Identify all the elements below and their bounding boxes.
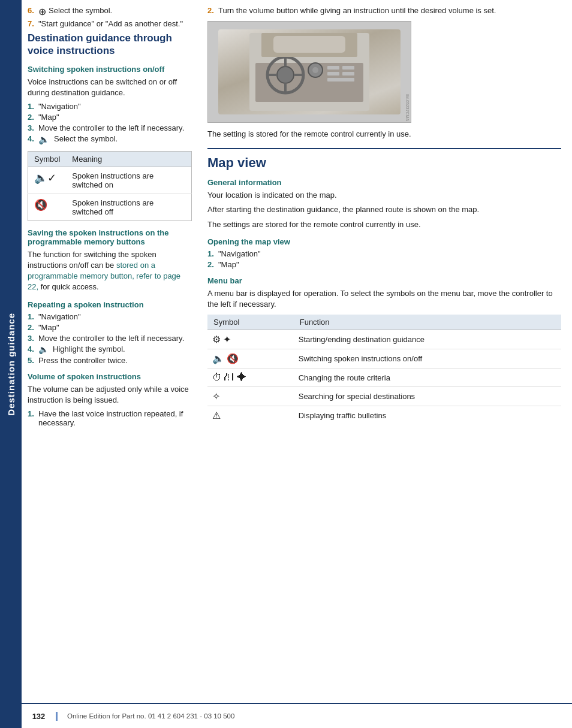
- switch-step-4-icon: 🔈: [38, 134, 50, 145]
- repeat-step-4-text: Highlight the symbol.: [53, 345, 125, 354]
- repeat-step-1: 1. "Navigation": [28, 312, 192, 321]
- switch-step-4: 4. 🔈 Select the symbol.: [28, 134, 192, 145]
- switch-step-3: 3. Move the controller to the left if ne…: [28, 123, 192, 132]
- voice-section-title: Destination guidance through voice instr…: [28, 32, 192, 58]
- func-spoken-text: Switching spoken instructions on/off: [294, 349, 561, 368]
- menubar-body: A menu bar is displayed for operation. T…: [207, 288, 561, 310]
- switch-step-1-num: 1.: [28, 102, 36, 111]
- car-image-inner: [218, 29, 401, 115]
- symbol-table: Symbol Meaning 🔈✓ Spoken instructions ar…: [28, 151, 192, 221]
- symbol-row-on: 🔈✓ Spoken instructions are switched on: [28, 167, 192, 194]
- saving-link[interactable]: stored on a programmable memory button, …: [28, 261, 180, 291]
- section-divider: [207, 148, 561, 149]
- func-traffic-text: Displaying traffic bulletins: [294, 406, 561, 425]
- func-special-text: Searching for special destinations: [294, 387, 561, 406]
- func-sym-route: ⏱ ⛙ ✦: [207, 368, 294, 387]
- func-sym-traffic: ⚠: [207, 406, 294, 425]
- saving-body: The function for switching the spoken in…: [28, 249, 192, 293]
- switch-step-2-text: "Map": [38, 113, 59, 122]
- footer-note: Online Edition for Part no. 01 41 2 604 …: [58, 712, 234, 720]
- switch-step-2: 2. "Map": [28, 113, 192, 122]
- open-step-1-text: "Navigation": [218, 249, 261, 258]
- general-info-title: General information: [207, 178, 561, 187]
- repeating-steps: 1. "Navigation" 2. "Map" 3. Move the con…: [28, 312, 192, 365]
- func-row-spoken: 🔈 🔇 Switching spoken instructions on/off: [207, 349, 561, 368]
- func-row-destination: ⚙ ✦ Starting/ending destination guidance: [207, 330, 561, 349]
- open-step-2: 2. "Map": [207, 260, 561, 269]
- repeat-step-2-text: "Map": [38, 323, 59, 332]
- svg-rect-10: [327, 66, 339, 70]
- symbol-col-header: Symbol: [28, 151, 67, 167]
- step-6-icon: ⊕: [38, 6, 46, 17]
- open-step-2-text: "Map": [218, 260, 239, 269]
- repeat-step-3: 3. Move the controller to the left if ne…: [28, 334, 192, 343]
- step-6: 6. ⊕ Select the symbol.: [28, 6, 192, 17]
- step-7-text: "Start guidance" or "Add as another dest…: [38, 19, 183, 28]
- func-row-special: ✧ Searching for special destinations: [207, 387, 561, 406]
- image-watermark: IM-05237CMA: [405, 94, 410, 121]
- volume-steps: 1. Have the last voice instruction repea…: [28, 409, 192, 427]
- right-top-note: The setting is stored for the remote con…: [207, 129, 561, 140]
- car-interior-svg: [249, 33, 369, 111]
- repeat-step-4: 4. 🔈 Highlight the symbol.: [28, 345, 192, 354]
- footer: 132 Online Edition for Part no. 01 41 2 …: [22, 703, 572, 728]
- general-info-p2: After starting the destination guidance,…: [207, 204, 561, 215]
- func-sym-spoken: 🔈 🔇: [207, 349, 294, 368]
- right-step-2: 2. Turn the volume button while giving a…: [207, 6, 561, 15]
- svg-point-9: [312, 67, 318, 73]
- saving-subsection-title: Saving the spoken instructions on the pr…: [28, 228, 192, 246]
- main-content: 6. ⊕ Select the symbol. 7. "Start guidan…: [22, 0, 572, 439]
- meaning-col-header: Meaning: [66, 151, 191, 167]
- func-route-text: Changing the route criteria: [294, 368, 561, 387]
- svg-rect-11: [342, 66, 354, 70]
- func-row-route: ⏱ ⛙ ✦ Changing the route criteria: [207, 368, 561, 387]
- svg-rect-14: [327, 78, 354, 81]
- repeat-step-4-icon: 🔈: [38, 345, 49, 354]
- opening-steps: 1. "Navigation" 2. "Map": [207, 249, 561, 269]
- switch-step-4-text: Select the symbol.: [54, 134, 118, 145]
- step-7: 7. "Start guidance" or "Add as another d…: [28, 19, 192, 28]
- func-symbol-header: Symbol: [207, 315, 294, 330]
- opening-map-title: Opening the map view: [207, 237, 561, 246]
- symbol-row-off: 🔇 Spoken instructions are switched off: [28, 194, 192, 220]
- switch-step-1-text: "Navigation": [38, 102, 81, 111]
- symbol-off: 🔇: [28, 194, 67, 220]
- right-column: 2. Turn the volume button while giving a…: [201, 6, 561, 433]
- meaning-off: Spoken instructions are switched off: [66, 194, 191, 220]
- meaning-on: Spoken instructions are switched on: [66, 167, 191, 194]
- menubar-title: Menu bar: [207, 276, 561, 285]
- car-image: IM-05237CMA: [207, 21, 411, 123]
- volume-step-1: 1. Have the last voice instruction repea…: [28, 409, 192, 427]
- volume-subsection-title: Volume of spoken instructions: [28, 372, 192, 381]
- func-row-traffic: ⚠ Displaying traffic bulletins: [207, 406, 561, 425]
- right-step-2-num: 2.: [207, 6, 216, 15]
- switch-step-2-num: 2.: [28, 113, 36, 122]
- switch-body: Voice instructions can be switched on or…: [28, 77, 192, 98]
- switch-step-4-num: 4.: [28, 134, 36, 145]
- general-info-p1: Your location is indicated on the map.: [207, 190, 561, 201]
- svg-rect-13: [342, 72, 354, 75]
- left-column: 6. ⊕ Select the symbol. 7. "Start guidan…: [28, 6, 201, 433]
- switch-steps: 1. "Navigation" 2. "Map" 3. Move the con…: [28, 102, 192, 145]
- step-6-text: Select the symbol.: [49, 6, 112, 17]
- volume-step-1-text: Have the last voice instruction repeated…: [38, 409, 192, 427]
- page-number: 132: [22, 712, 58, 721]
- svg-rect-16: [273, 36, 345, 53]
- step-7-num: 7.: [28, 19, 36, 28]
- step-6-num: 6.: [28, 6, 36, 17]
- symbol-on: 🔈✓: [28, 167, 67, 194]
- repeat-step-5-text: Press the controller twice.: [38, 356, 128, 365]
- general-info-p3: The settings are stored for the remote c…: [207, 219, 561, 230]
- func-function-header: Function: [294, 315, 561, 330]
- repeat-step-1-text: "Navigation": [38, 312, 81, 321]
- repeating-subsection-title: Repeating a spoken instruction: [28, 300, 192, 309]
- switch-step-3-text: Move the controller to the left if neces…: [38, 123, 184, 132]
- top-steps: 6. ⊕ Select the symbol. 7. "Start guidan…: [28, 6, 192, 28]
- switch-step-1: 1. "Navigation": [28, 102, 192, 111]
- switch-subsection-title: Switching spoken instructions on/off: [28, 65, 192, 74]
- repeat-step-2: 2. "Map": [28, 323, 192, 332]
- func-sym-destination: ⚙ ✦: [207, 330, 294, 349]
- mapview-title: Map view: [207, 155, 561, 171]
- sidebar-label: Destination guidance: [6, 313, 16, 416]
- func-dest-text: Starting/ending destination guidance: [294, 330, 561, 349]
